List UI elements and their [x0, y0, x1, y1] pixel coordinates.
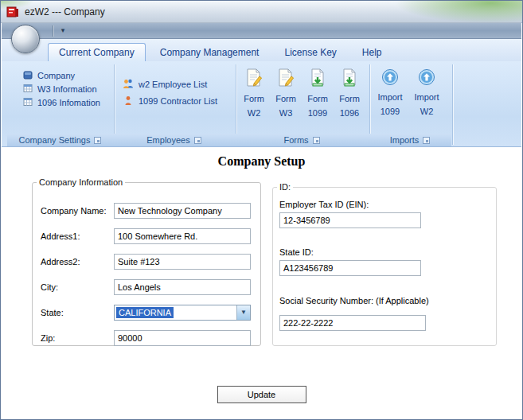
company-setup-panel: Company Setup Company Information Compan…: [2, 147, 521, 418]
state-label: State:: [41, 308, 64, 317]
button-label-line2: W2: [248, 108, 261, 119]
group-imports: Import 1099 Import W2 Import: [369, 63, 451, 146]
ribbon-item-label: 1096 Infomation: [37, 98, 100, 107]
button-form-w2[interactable]: Form W2: [238, 63, 270, 134]
address2-label: Address2:: [41, 257, 80, 266]
ssn-input[interactable]: [279, 315, 426, 331]
group-name: Imports: [390, 135, 420, 145]
company-name-label: Company Name:: [41, 206, 107, 216]
tab-current-company[interactable]: Current Company: [48, 43, 146, 61]
form-1096-table-icon: [23, 97, 33, 108]
group-employees-body: w2 Employee List 1099 Contractor List: [113, 63, 235, 134]
button-label-line1: Form: [244, 94, 264, 104]
button-label-line2: W3: [279, 108, 293, 119]
ribbon-item-label: W3 Information: [37, 84, 97, 94]
button-label-line2: 1099: [381, 107, 400, 117]
form-green-arrow-icon: [309, 68, 326, 90]
app-logo-icon: [6, 6, 19, 18]
qat-separator: [53, 25, 53, 37]
company-information-legend: Company Information: [37, 177, 125, 187]
city-row: City:: [41, 279, 254, 295]
state-select[interactable]: CALIFORNIA ▼: [114, 305, 251, 321]
ribbon-item-label: w2 Employee List: [139, 80, 207, 89]
address1-label: Address1:: [41, 231, 80, 241]
zip-input[interactable]: [114, 330, 251, 346]
dialog-launcher-icon[interactable]: [94, 137, 101, 144]
group-footer-forms: Forms: [235, 134, 369, 146]
state-id-label: State ID:: [279, 247, 314, 257]
import-up-arrow-icon: [381, 68, 399, 88]
id-groupbox: ID: Employer Tax ID (EIN): State ID: Soc…: [272, 182, 497, 346]
form-pencil-icon: [245, 68, 263, 90]
ssn-label: Social Security Number: (If Applicable): [279, 296, 429, 305]
city-input[interactable]: [114, 279, 251, 295]
page-title: Company Setup: [2, 154, 521, 169]
chevron-down-icon[interactable]: ▼: [236, 305, 250, 320]
title-bar: ezW2 --- Company: [1, 1, 522, 23]
app-window: ezW2 --- Company ▾ Current Company Compa…: [0, 0, 523, 420]
button-label-line1: Form: [339, 94, 360, 104]
button-import-w2[interactable]: Import W2: [408, 63, 445, 134]
update-button[interactable]: Update: [217, 386, 306, 403]
group-name: Company Settings: [19, 135, 91, 145]
address2-input[interactable]: [114, 254, 251, 270]
group-footer-company-settings: Company Settings: [7, 134, 113, 146]
group-employees: w2 Employee List 1099 Contractor List Em…: [113, 63, 235, 146]
group-forms-body: Form W2 Form W3: [235, 63, 369, 134]
dialog-launcher-icon[interactable]: [423, 137, 430, 144]
ribbon-item-w2-employee-list[interactable]: w2 Employee List: [113, 76, 235, 92]
address1-input[interactable]: [114, 228, 251, 244]
ribbon-item-label: Company: [37, 71, 75, 80]
state-id-input[interactable]: [279, 260, 421, 276]
button-label-line1: Form: [275, 94, 296, 104]
contractor-person-icon: [123, 95, 134, 107]
button-form-1096[interactable]: Form 1096: [334, 63, 365, 134]
group-footer-employees: Employees: [113, 134, 235, 146]
zip-row: Zip:: [41, 330, 254, 346]
ein-label: Employer Tax ID (EIN):: [279, 200, 369, 209]
group-imports-body: Import 1099 Import W2: [369, 63, 451, 134]
zip-label: Zip:: [41, 333, 55, 343]
group-company-settings-body: Company W3 Information: [7, 63, 113, 134]
ribbon-item-company[interactable]: Company: [7, 68, 113, 82]
button-form-w3[interactable]: Form W3: [270, 63, 302, 134]
tab-license-key[interactable]: License Key: [273, 43, 347, 61]
ribbon-item-1099-contractor-list[interactable]: 1099 Contractor List: [113, 92, 235, 109]
ein-input[interactable]: [279, 212, 421, 228]
state-selected-value: CALIFORNIA: [116, 307, 174, 318]
button-label-line1: Import: [414, 92, 439, 103]
group-company-settings: Company W3 Information: [7, 63, 113, 146]
dialog-launcher-icon[interactable]: [313, 137, 320, 144]
group-name: Employees: [146, 135, 189, 145]
ribbon: Company W3 Information: [2, 61, 521, 147]
ribbon-item-label: 1099 Contractor List: [139, 96, 217, 106]
company-information-groupbox: Company Information Company Name: Addres…: [32, 177, 261, 346]
button-label-line1: Form: [307, 94, 328, 104]
window-title: ezW2 --- Company: [25, 1, 105, 23]
group-forms: Form W2 Form W3: [235, 63, 369, 146]
city-label: City:: [41, 282, 58, 292]
application-menu-orb[interactable]: [11, 25, 40, 53]
company-name-input[interactable]: [114, 203, 251, 219]
qat-dropdown-icon[interactable]: ▾: [57, 25, 68, 37]
w3-table-icon: [23, 84, 33, 95]
state-row: State: CALIFORNIA ▼: [41, 305, 254, 321]
group-name: Forms: [283, 135, 308, 145]
button-label-line2: W2: [420, 107, 434, 117]
button-label-line2: 1099: [308, 108, 327, 119]
dialog-launcher-icon[interactable]: [194, 137, 201, 144]
quick-access-toolbar: ▾: [2, 23, 521, 39]
w2-employee-person-icon: [123, 78, 134, 91]
company-name-row: Company Name:: [41, 203, 254, 219]
button-form-1099[interactable]: Form 1099: [302, 63, 334, 134]
button-import-1099[interactable]: Import 1099: [372, 63, 408, 134]
ribbon-item-w3-information[interactable]: W3 Information: [7, 82, 113, 95]
ribbon-item-1096-information[interactable]: 1096 Infomation: [7, 95, 113, 109]
tab-company-management[interactable]: Company Management: [149, 43, 271, 61]
button-label-line2: 1096: [340, 108, 359, 119]
form-green-arrow-icon: [341, 68, 358, 90]
group-footer-imports: Imports: [369, 134, 451, 146]
import-up-arrow-icon: [418, 68, 435, 88]
company-icon: [23, 70, 33, 81]
tab-help[interactable]: Help: [351, 43, 393, 61]
